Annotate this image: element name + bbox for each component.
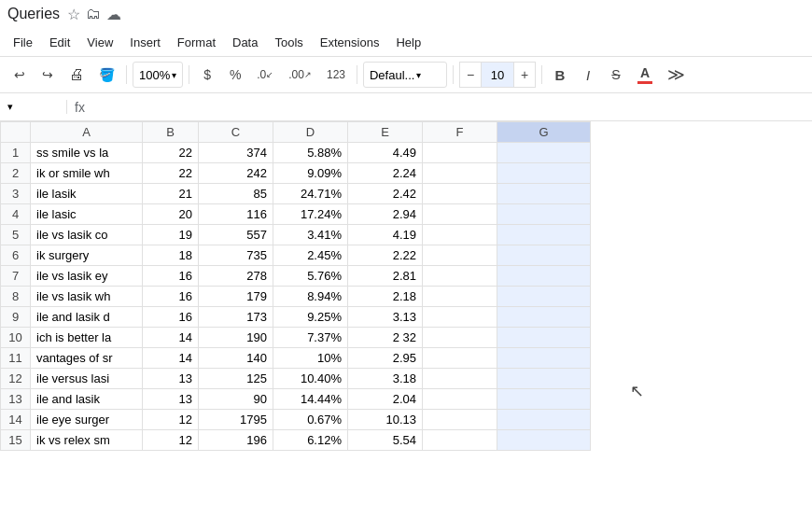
cell-6-E[interactable]: 2.22: [348, 245, 423, 266]
row-number[interactable]: 6: [1, 245, 31, 266]
cell-3-C[interactable]: 85: [199, 184, 273, 204]
italic-button[interactable]: I: [576, 62, 600, 88]
col-header-d[interactable]: D: [273, 122, 348, 143]
cell-11-B[interactable]: 14: [143, 348, 199, 369]
cell-15-F[interactable]: [423, 430, 497, 451]
cell-4-F[interactable]: [423, 204, 497, 225]
cell-9-G[interactable]: [497, 307, 591, 328]
cell-1-E[interactable]: 4.49: [348, 143, 423, 163]
cell-8-A[interactable]: ile vs lasik wh: [31, 287, 143, 307]
print-button[interactable]: 🖨: [63, 62, 90, 88]
cell-5-E[interactable]: 4.19: [348, 225, 423, 245]
cell-8-E[interactable]: 2.18: [348, 287, 423, 307]
cell-2-G[interactable]: [497, 163, 591, 184]
cell-3-F[interactable]: [423, 184, 497, 204]
cell-6-F[interactable]: [423, 245, 497, 266]
cell-7-F[interactable]: [423, 266, 497, 287]
cell-12-F[interactable]: [423, 369, 497, 389]
undo-button[interactable]: ↩: [7, 62, 32, 88]
cell-9-D[interactable]: 9.25%: [273, 307, 348, 328]
cell-7-C[interactable]: 278: [199, 266, 273, 287]
menu-insert[interactable]: Insert: [122, 33, 168, 52]
cell-4-G[interactable]: [497, 204, 591, 225]
cell-13-D[interactable]: 14.44%: [273, 389, 348, 410]
cell-5-G[interactable]: [497, 225, 591, 245]
cell-8-B[interactable]: 16: [143, 287, 199, 307]
cell-9-E[interactable]: 3.13: [348, 307, 423, 328]
cell-12-E[interactable]: 3.18: [348, 369, 423, 389]
menu-help[interactable]: Help: [388, 33, 428, 52]
col-header-c[interactable]: C: [199, 122, 273, 143]
cell-7-B[interactable]: 16: [143, 266, 199, 287]
cell-1-F[interactable]: [423, 143, 497, 163]
cell-15-B[interactable]: 12: [143, 430, 199, 451]
cell-12-C[interactable]: 125: [199, 369, 273, 389]
font-color-button[interactable]: A: [632, 62, 658, 88]
cell-11-E[interactable]: 2.95: [348, 348, 423, 369]
cell-2-D[interactable]: 9.09%: [273, 163, 348, 184]
font-size-input[interactable]: [482, 62, 513, 88]
row-number[interactable]: 11: [1, 348, 31, 369]
cell-2-A[interactable]: ik or smile wh: [31, 163, 143, 184]
cell-10-D[interactable]: 7.37%: [273, 328, 348, 348]
row-number[interactable]: 14: [1, 410, 31, 430]
strikethrough-button[interactable]: S: [604, 62, 628, 88]
cell-5-B[interactable]: 19: [143, 225, 199, 245]
menu-format[interactable]: Format: [170, 33, 223, 52]
cell-14-A[interactable]: ile eye surger: [31, 410, 143, 430]
currency-button[interactable]: $: [195, 62, 219, 88]
cell-11-G[interactable]: [497, 348, 591, 369]
cell-1-B[interactable]: 22: [143, 143, 199, 163]
cell-12-A[interactable]: ile versus lasi: [31, 369, 143, 389]
folder-icon[interactable]: 🗂: [86, 6, 101, 22]
cell-6-G[interactable]: [497, 245, 591, 266]
cell-2-E[interactable]: 2.24: [348, 163, 423, 184]
format-123-button[interactable]: 123: [321, 62, 351, 88]
menu-data[interactable]: Data: [225, 33, 265, 52]
cell-13-F[interactable]: [423, 389, 497, 410]
cell-13-B[interactable]: 13: [143, 389, 199, 410]
menu-view[interactable]: View: [79, 33, 120, 52]
cell-7-A[interactable]: ile vs lasik ey: [31, 266, 143, 287]
cell-3-D[interactable]: 24.71%: [273, 184, 348, 204]
cell-4-B[interactable]: 20: [143, 204, 199, 225]
cell-13-G[interactable]: [497, 389, 591, 410]
cell-8-F[interactable]: [423, 287, 497, 307]
cell-6-C[interactable]: 735: [199, 245, 273, 266]
row-number[interactable]: 15: [1, 430, 31, 451]
cell-15-G[interactable]: [497, 430, 591, 451]
cell-2-C[interactable]: 242: [199, 163, 273, 184]
cell-4-D[interactable]: 17.24%: [273, 204, 348, 225]
cell-3-G[interactable]: [497, 184, 591, 204]
cell-6-A[interactable]: ik surgery: [31, 245, 143, 266]
row-number[interactable]: 10: [1, 328, 31, 348]
cell-14-G[interactable]: [497, 410, 591, 430]
cell-9-F[interactable]: [423, 307, 497, 328]
decimal-increase-button[interactable]: .00↗: [283, 62, 317, 88]
row-number[interactable]: 7: [1, 266, 31, 287]
cell-1-D[interactable]: 5.88%: [273, 143, 348, 163]
cell-13-E[interactable]: 2.04: [348, 389, 423, 410]
cell-1-G[interactable]: [497, 143, 591, 163]
bold-button[interactable]: B: [548, 62, 572, 88]
font-size-decrease-button[interactable]: −: [459, 62, 482, 88]
paint-format-button[interactable]: 🪣: [93, 62, 120, 88]
cell-5-F[interactable]: [423, 225, 497, 245]
cell-3-B[interactable]: 21: [143, 184, 199, 204]
row-number[interactable]: 5: [1, 225, 31, 245]
menu-file[interactable]: File: [6, 33, 40, 52]
cell-5-D[interactable]: 3.41%: [273, 225, 348, 245]
cell-15-D[interactable]: 6.12%: [273, 430, 348, 451]
cell-11-C[interactable]: 140: [199, 348, 273, 369]
menu-tools[interactable]: Tools: [267, 33, 310, 52]
cell-10-A[interactable]: ich is better la: [31, 328, 143, 348]
cell-10-B[interactable]: 14: [143, 328, 199, 348]
col-header-e[interactable]: E: [348, 122, 423, 143]
cell-4-A[interactable]: ile lasic: [31, 204, 143, 225]
cell-12-G[interactable]: [497, 369, 591, 389]
redo-button[interactable]: ↪: [35, 62, 60, 88]
cell-13-C[interactable]: 90: [199, 389, 273, 410]
zoom-dropdown[interactable]: 100% ▾: [133, 62, 183, 88]
cell-12-B[interactable]: 13: [143, 369, 199, 389]
row-number[interactable]: 3: [1, 184, 31, 204]
